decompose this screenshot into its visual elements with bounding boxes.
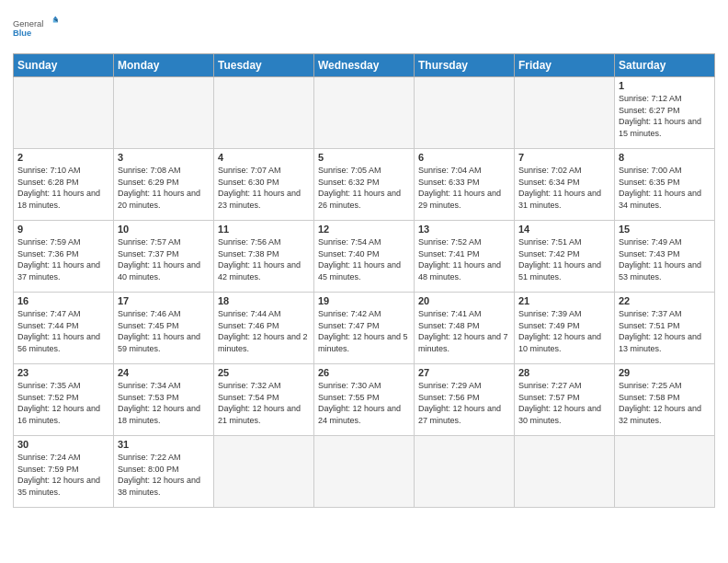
day-number: 24 bbox=[118, 367, 210, 378]
logo-svg: General Blue bbox=[13, 9, 59, 46]
header: General Blue bbox=[13, 9, 715, 46]
calendar-cell: 28Sunrise: 7:27 AMSunset: 7:57 PMDayligh… bbox=[515, 364, 615, 436]
day-number: 3 bbox=[118, 152, 210, 163]
day-info: Sunrise: 7:56 AMSunset: 7:38 PMDaylight:… bbox=[218, 236, 310, 282]
day-info: Sunrise: 7:41 AMSunset: 7:48 PMDaylight:… bbox=[418, 308, 510, 354]
day-info: Sunrise: 7:57 AMSunset: 7:37 PMDaylight:… bbox=[118, 236, 210, 282]
day-info: Sunrise: 7:49 AMSunset: 7:43 PMDaylight:… bbox=[619, 236, 711, 282]
day-info: Sunrise: 7:02 AMSunset: 6:34 PMDaylight:… bbox=[518, 165, 610, 211]
page-container: General Blue SundayMondayTuesdayWednesda… bbox=[0, 0, 728, 517]
day-info: Sunrise: 7:07 AMSunset: 6:30 PMDaylight:… bbox=[218, 165, 310, 211]
day-info: Sunrise: 7:44 AMSunset: 7:46 PMDaylight:… bbox=[218, 308, 310, 354]
calendar-cell bbox=[515, 77, 615, 149]
col-header-wednesday: Wednesday bbox=[314, 54, 415, 77]
day-number: 20 bbox=[418, 295, 510, 306]
calendar-cell bbox=[314, 77, 415, 149]
day-info: Sunrise: 7:08 AMSunset: 6:29 PMDaylight:… bbox=[118, 165, 210, 211]
calendar-cell: 18Sunrise: 7:44 AMSunset: 7:46 PMDayligh… bbox=[214, 293, 314, 364]
day-number: 7 bbox=[518, 152, 610, 163]
day-info: Sunrise: 7:54 AMSunset: 7:40 PMDaylight:… bbox=[318, 236, 410, 282]
calendar-week-row: 16Sunrise: 7:47 AMSunset: 7:44 PMDayligh… bbox=[14, 293, 715, 364]
day-info: Sunrise: 7:10 AMSunset: 6:28 PMDaylight:… bbox=[17, 165, 109, 211]
day-number: 28 bbox=[518, 367, 610, 378]
calendar-week-row: 2Sunrise: 7:10 AMSunset: 6:28 PMDaylight… bbox=[14, 149, 715, 221]
day-number: 16 bbox=[17, 295, 109, 306]
calendar-cell: 3Sunrise: 7:08 AMSunset: 6:29 PMDaylight… bbox=[114, 149, 214, 221]
calendar-week-row: 9Sunrise: 7:59 AMSunset: 7:36 PMDaylight… bbox=[14, 221, 715, 293]
day-number: 30 bbox=[17, 439, 109, 450]
day-info: Sunrise: 7:46 AMSunset: 7:45 PMDaylight:… bbox=[118, 308, 210, 354]
calendar-cell: 4Sunrise: 7:07 AMSunset: 6:30 PMDaylight… bbox=[214, 149, 314, 221]
calendar-week-row: 30Sunrise: 7:24 AMSunset: 7:59 PMDayligh… bbox=[14, 436, 715, 508]
col-header-saturday: Saturday bbox=[615, 54, 715, 77]
svg-text:Blue: Blue bbox=[13, 29, 31, 38]
day-number: 22 bbox=[619, 295, 711, 306]
calendar-cell: 7Sunrise: 7:02 AMSunset: 6:34 PMDaylight… bbox=[515, 149, 615, 221]
calendar-cell: 8Sunrise: 7:00 AMSunset: 6:35 PMDaylight… bbox=[615, 149, 715, 221]
calendar-cell: 25Sunrise: 7:32 AMSunset: 7:54 PMDayligh… bbox=[214, 364, 314, 436]
calendar-cell: 9Sunrise: 7:59 AMSunset: 7:36 PMDaylight… bbox=[14, 221, 114, 293]
calendar-cell: 31Sunrise: 7:22 AMSunset: 8:00 PMDayligh… bbox=[114, 436, 214, 508]
day-info: Sunrise: 7:00 AMSunset: 6:35 PMDaylight:… bbox=[619, 165, 711, 211]
day-info: Sunrise: 7:25 AMSunset: 7:58 PMDaylight:… bbox=[619, 380, 711, 426]
calendar-cell bbox=[314, 436, 415, 508]
svg-text:General: General bbox=[13, 19, 43, 29]
col-header-friday: Friday bbox=[515, 54, 615, 77]
calendar-week-row: 1Sunrise: 7:12 AMSunset: 6:27 PMDaylight… bbox=[14, 77, 715, 149]
day-number: 31 bbox=[118, 439, 210, 450]
day-number: 19 bbox=[318, 295, 410, 306]
calendar-cell: 22Sunrise: 7:37 AMSunset: 7:51 PMDayligh… bbox=[615, 293, 715, 364]
day-number: 8 bbox=[619, 152, 711, 163]
day-info: Sunrise: 7:32 AMSunset: 7:54 PMDaylight:… bbox=[218, 380, 310, 426]
day-info: Sunrise: 7:34 AMSunset: 7:53 PMDaylight:… bbox=[118, 380, 210, 426]
day-info: Sunrise: 7:42 AMSunset: 7:47 PMDaylight:… bbox=[318, 308, 410, 354]
day-number: 9 bbox=[17, 224, 109, 235]
calendar-cell: 14Sunrise: 7:51 AMSunset: 7:42 PMDayligh… bbox=[515, 221, 615, 293]
day-info: Sunrise: 7:35 AMSunset: 7:52 PMDaylight:… bbox=[17, 380, 109, 426]
calendar-cell: 30Sunrise: 7:24 AMSunset: 7:59 PMDayligh… bbox=[14, 436, 114, 508]
calendar-cell: 21Sunrise: 7:39 AMSunset: 7:49 PMDayligh… bbox=[515, 293, 615, 364]
day-info: Sunrise: 7:29 AMSunset: 7:56 PMDaylight:… bbox=[418, 380, 510, 426]
day-info: Sunrise: 7:39 AMSunset: 7:49 PMDaylight:… bbox=[518, 308, 610, 354]
calendar-cell bbox=[114, 77, 214, 149]
calendar-cell bbox=[415, 77, 515, 149]
calendar-cell: 2Sunrise: 7:10 AMSunset: 6:28 PMDaylight… bbox=[14, 149, 114, 221]
day-number: 4 bbox=[218, 152, 310, 163]
calendar-cell bbox=[615, 436, 715, 508]
calendar-cell: 27Sunrise: 7:29 AMSunset: 7:56 PMDayligh… bbox=[415, 364, 515, 436]
day-number: 18 bbox=[218, 295, 310, 306]
day-info: Sunrise: 7:37 AMSunset: 7:51 PMDaylight:… bbox=[619, 308, 711, 354]
day-number: 10 bbox=[118, 224, 210, 235]
day-info: Sunrise: 7:24 AMSunset: 7:59 PMDaylight:… bbox=[17, 452, 109, 498]
day-info: Sunrise: 7:47 AMSunset: 7:44 PMDaylight:… bbox=[17, 308, 109, 354]
col-header-tuesday: Tuesday bbox=[214, 54, 314, 77]
logo: General Blue bbox=[13, 9, 59, 46]
calendar-cell bbox=[14, 77, 114, 149]
calendar-cell: 6Sunrise: 7:04 AMSunset: 6:33 PMDaylight… bbox=[415, 149, 515, 221]
calendar-cell: 29Sunrise: 7:25 AMSunset: 7:58 PMDayligh… bbox=[615, 364, 715, 436]
calendar-cell: 16Sunrise: 7:47 AMSunset: 7:44 PMDayligh… bbox=[14, 293, 114, 364]
calendar-week-row: 23Sunrise: 7:35 AMSunset: 7:52 PMDayligh… bbox=[14, 364, 715, 436]
day-number: 5 bbox=[318, 152, 410, 163]
day-info: Sunrise: 7:22 AMSunset: 8:00 PMDaylight:… bbox=[118, 452, 210, 498]
day-number: 23 bbox=[17, 367, 109, 378]
day-number: 27 bbox=[418, 367, 510, 378]
calendar-cell: 13Sunrise: 7:52 AMSunset: 7:41 PMDayligh… bbox=[415, 221, 515, 293]
calendar-cell: 10Sunrise: 7:57 AMSunset: 7:37 PMDayligh… bbox=[114, 221, 214, 293]
day-number: 2 bbox=[17, 152, 109, 163]
day-number: 6 bbox=[418, 152, 510, 163]
calendar-table: SundayMondayTuesdayWednesdayThursdayFrid… bbox=[13, 53, 715, 508]
day-number: 25 bbox=[218, 367, 310, 378]
day-number: 12 bbox=[318, 224, 410, 235]
col-header-thursday: Thursday bbox=[415, 54, 515, 77]
day-number: 15 bbox=[619, 224, 711, 235]
calendar-cell: 5Sunrise: 7:05 AMSunset: 6:32 PMDaylight… bbox=[314, 149, 415, 221]
calendar-cell bbox=[415, 436, 515, 508]
calendar-header-row: SundayMondayTuesdayWednesdayThursdayFrid… bbox=[14, 54, 715, 77]
day-info: Sunrise: 7:05 AMSunset: 6:32 PMDaylight:… bbox=[318, 165, 410, 211]
day-info: Sunrise: 7:59 AMSunset: 7:36 PMDaylight:… bbox=[17, 236, 109, 282]
calendar-cell bbox=[515, 436, 615, 508]
calendar-cell bbox=[214, 77, 314, 149]
day-number: 26 bbox=[318, 367, 410, 378]
svg-marker-2 bbox=[53, 17, 58, 19]
